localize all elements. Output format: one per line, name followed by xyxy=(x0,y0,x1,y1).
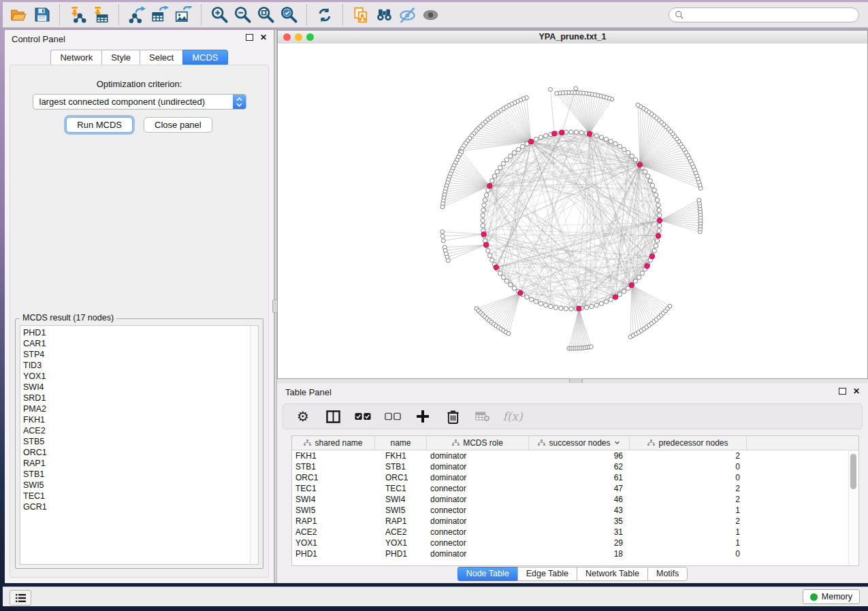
table-cell: dominator xyxy=(427,473,529,482)
mcds-node[interactable]: CAR1 xyxy=(23,338,258,349)
mcds-node[interactable]: GCR1 xyxy=(23,501,258,512)
search-input[interactable] xyxy=(684,8,858,22)
column-header-shared-name[interactable]: shared name xyxy=(292,436,375,450)
mcds-node[interactable]: YOX1 xyxy=(23,371,258,382)
network-window-titlebar[interactable]: YPA_prune.txt_1 xyxy=(278,31,867,44)
table-row[interactable]: ACE2ACE2connector311 xyxy=(292,527,858,538)
export-table-icon[interactable] xyxy=(148,4,172,26)
mcds-panel: Optimization criterion: largest connecte… xyxy=(10,65,269,578)
table-cell: RAP1 xyxy=(375,516,427,526)
refresh-layout-icon[interactable] xyxy=(313,4,336,26)
column-type-icon xyxy=(452,440,460,446)
table-row[interactable]: PHD1PHD1dominator180 xyxy=(292,548,858,559)
column-header-successor-nodes[interactable]: successor nodes xyxy=(529,436,630,450)
table-row[interactable]: RAP1RAP1dominator352 xyxy=(292,516,858,527)
mcds-node[interactable]: SWI5 xyxy=(23,480,258,491)
export-network-icon[interactable] xyxy=(125,4,148,26)
unselect-all-columns-icon[interactable] xyxy=(383,406,403,427)
zoom-in-icon[interactable] xyxy=(208,4,231,26)
zoom-selected-icon[interactable] xyxy=(277,4,300,26)
table-options-gear-icon[interactable]: ⚙ xyxy=(293,406,313,427)
mcds-node[interactable]: SWI4 xyxy=(23,382,258,393)
mcds-node[interactable]: STP4 xyxy=(23,349,258,360)
mcds-list-scrollbar[interactable] xyxy=(250,326,258,564)
save-session-icon[interactable] xyxy=(30,4,53,26)
column-type-icon xyxy=(538,440,545,446)
column-type-icon xyxy=(304,440,311,446)
mcds-node[interactable]: ORC1 xyxy=(23,447,258,458)
tab-network[interactable]: Network xyxy=(50,50,101,66)
show-all-icon[interactable] xyxy=(419,4,442,26)
table-row[interactable]: SWI5SWI5connector431 xyxy=(292,505,858,516)
mcds-node[interactable]: TID3 xyxy=(23,360,258,371)
tab-mcds[interactable]: MCDS xyxy=(182,50,227,66)
toolbar-separator xyxy=(342,5,343,25)
delete-table-icon[interactable] xyxy=(472,406,493,427)
table-row[interactable]: STB1STB1dominator620 xyxy=(292,461,858,472)
network-view-window: YPA_prune.txt_1 xyxy=(277,30,868,379)
table-row[interactable]: SWI4SWI4dominator462 xyxy=(292,494,858,505)
tab-network-table[interactable]: Network Table xyxy=(577,567,647,581)
tab-motifs[interactable]: Motifs xyxy=(647,567,688,581)
close-panel-icon[interactable]: ✕ xyxy=(853,388,860,395)
mcds-node[interactable]: PHD1 xyxy=(23,327,258,338)
network-graph[interactable] xyxy=(278,44,867,378)
mcds-node[interactable]: RAP1 xyxy=(23,458,258,469)
float-panel-icon[interactable] xyxy=(246,34,253,41)
run-mcds-button[interactable]: Run MCDS xyxy=(66,117,133,133)
table-row[interactable]: TEC1TEC1connector472 xyxy=(292,483,858,494)
network-canvas[interactable] xyxy=(278,44,867,378)
mcds-node[interactable]: STB5 xyxy=(23,436,258,447)
column-header-name[interactable]: name xyxy=(375,436,427,450)
table-row[interactable]: ORC1ORC1dominator610 xyxy=(292,472,858,483)
tab-style[interactable]: Style xyxy=(101,50,140,66)
column-header-MCDS-role[interactable]: MCDS role xyxy=(427,436,529,450)
table-row[interactable]: YOX1YOX1connector291 xyxy=(292,538,858,548)
zoom-fit-icon[interactable] xyxy=(254,4,277,26)
import-table-icon[interactable] xyxy=(89,4,112,26)
dropdown-stepper-icon xyxy=(233,95,246,109)
show-columns-icon[interactable] xyxy=(323,406,343,427)
select-all-columns-icon[interactable] xyxy=(353,406,373,427)
mcds-result-list[interactable]: PHD1CAR1STP4TID3YOX1SWI4SRD1PMA2FKH1ACE2… xyxy=(20,325,259,565)
table-cell: 61 xyxy=(529,473,630,482)
table-row[interactable]: FKH1FKH1dominator962 xyxy=(292,450,858,461)
column-header-predecessor-nodes[interactable]: predecessor nodes xyxy=(630,436,747,450)
delete-columns-icon[interactable] xyxy=(443,406,463,427)
export-image-icon[interactable] xyxy=(172,4,195,26)
add-column-icon[interactable] xyxy=(413,406,433,427)
table-scrollbar-thumb[interactable] xyxy=(850,454,856,489)
mcds-node[interactable]: STB1 xyxy=(23,469,258,480)
table-cell: SWI5 xyxy=(292,506,375,515)
mcds-node[interactable]: SRD1 xyxy=(23,393,258,403)
table-scrollbar[interactable] xyxy=(848,451,858,565)
tab-edge-table[interactable]: Edge Table xyxy=(517,567,577,581)
import-network-icon[interactable] xyxy=(66,4,89,26)
function-builder-icon[interactable]: f(x) xyxy=(502,406,523,427)
search-icon xyxy=(675,10,684,20)
mcds-node[interactable]: ACE2 xyxy=(23,425,258,436)
open-session-icon[interactable] xyxy=(7,4,30,26)
mcds-node[interactable]: TEC1 xyxy=(23,491,258,501)
tab-node-table[interactable]: Node Table xyxy=(457,567,517,581)
float-panel-icon[interactable] xyxy=(839,388,846,395)
control-panel: Control Panel ✕ NetworkStyleSelectMCDS O… xyxy=(5,30,274,583)
close-panel-icon[interactable]: ✕ xyxy=(260,34,267,41)
hide-selected-icon[interactable] xyxy=(396,4,419,26)
criterion-dropdown[interactable]: largest connected component (undirected) xyxy=(33,94,246,110)
show-panels-menu-button[interactable] xyxy=(10,590,31,606)
copy-network-icon[interactable] xyxy=(349,4,372,26)
zoom-out-icon[interactable] xyxy=(231,4,254,26)
mcds-node[interactable]: FKH1 xyxy=(23,414,258,425)
close-panel-button[interactable]: Close panel xyxy=(144,117,212,133)
tab-select[interactable]: Select xyxy=(140,50,182,66)
table-cell: SWI4 xyxy=(292,495,375,504)
table-cell: TEC1 xyxy=(375,484,427,493)
memory-button[interactable]: Memory xyxy=(803,589,860,604)
table-cell: PHD1 xyxy=(292,549,375,559)
table-cell: connector xyxy=(427,527,529,537)
first-neighbors-icon[interactable] xyxy=(372,4,396,26)
mcds-node[interactable]: PMA2 xyxy=(23,403,258,414)
search-box[interactable] xyxy=(669,7,859,22)
table-cell: 1 xyxy=(630,527,747,537)
